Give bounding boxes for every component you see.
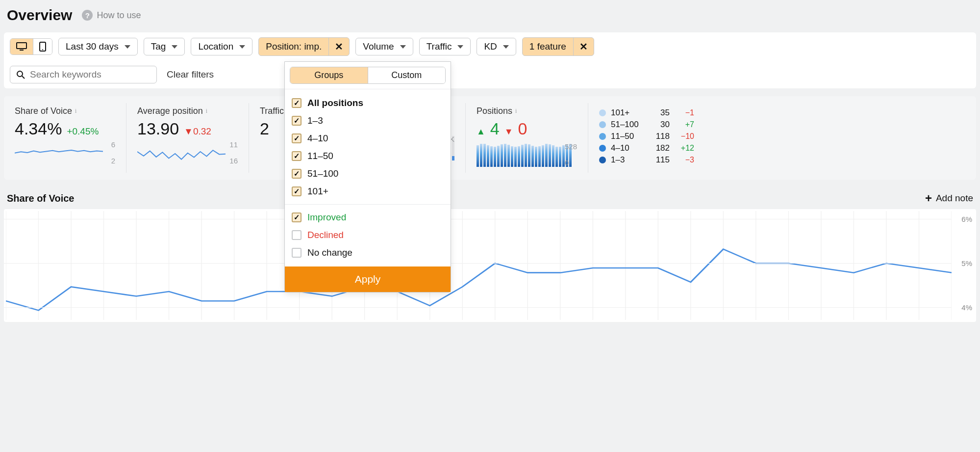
legend-row-101[interactable]: 101+35−1 — [599, 108, 694, 118]
legend-row-1-3[interactable]: 1–3115−3 — [599, 155, 694, 165]
opt-nochange[interactable]: ✓No change — [292, 244, 444, 262]
caret-down-icon — [239, 45, 245, 49]
card-average-position[interactable]: Average positioni 13.90▼0.32 1116 — [126, 103, 249, 173]
search-keywords-input[interactable] — [30, 69, 151, 80]
tab-groups[interactable]: Groups — [290, 67, 368, 83]
mobile-icon — [39, 42, 46, 52]
search-keywords-input-wrap — [10, 66, 157, 83]
caret-down-icon — [400, 45, 406, 49]
opt-51-100[interactable]: ✓51–100 — [292, 165, 444, 183]
checkbox-icon: ✓ — [292, 151, 302, 161]
position-filter-pill: Position: imp. ✕ — [258, 37, 350, 56]
page-title: Overview — [7, 7, 72, 24]
device-mobile-button[interactable] — [33, 39, 52, 54]
volume-filter[interactable]: Volume — [355, 38, 413, 55]
checkbox-icon: ✓ — [292, 248, 302, 258]
caret-down-icon — [457, 45, 463, 49]
legend-dot — [599, 145, 606, 152]
traffic-filter[interactable]: Traffic — [419, 38, 471, 55]
date-range-filter[interactable]: Last 30 days — [58, 38, 138, 55]
checkbox-icon: ✓ — [292, 169, 302, 179]
plus-icon: + — [925, 191, 932, 205]
opt-improved[interactable]: ✓Improved — [292, 209, 444, 226]
arrow-down-icon: ▼ — [504, 127, 513, 137]
add-note-button[interactable]: + Add note — [925, 191, 973, 205]
metric-cards: Share of Voicei 4.34%+0.45% 62 Average p… — [4, 96, 976, 180]
svg-line-5 — [22, 76, 25, 79]
opt-101[interactable]: ✓101+ — [292, 183, 444, 200]
feature-filter-pill: 1 feature ✕ — [522, 37, 594, 56]
ap-sparkline — [137, 140, 226, 165]
opt-declined[interactable]: ✓Declined — [292, 226, 444, 244]
device-desktop-button[interactable] — [10, 39, 33, 54]
arrow-up-icon: ▲ — [477, 127, 485, 137]
ap-delta: ▼0.32 — [184, 126, 211, 137]
svg-rect-1 — [20, 50, 24, 51]
checkbox-icon: ✓ — [292, 213, 302, 222]
tag-filter[interactable]: Tag — [144, 38, 185, 55]
close-icon: ✕ — [335, 41, 343, 53]
legend-row-11-50[interactable]: 11–50118−10 — [599, 132, 694, 141]
checkbox-icon: ✓ — [292, 186, 302, 196]
legend-row-4-10[interactable]: 4–10182+12 — [599, 143, 694, 153]
svg-point-3 — [42, 49, 43, 50]
search-icon — [16, 70, 25, 79]
legend-dot — [599, 133, 606, 140]
apply-button[interactable]: Apply — [285, 266, 451, 292]
sov-chart: 6% 5% 4% — [4, 209, 976, 322]
opt-4-10[interactable]: ✓4–10 — [292, 130, 444, 147]
positions-bars — [477, 142, 577, 167]
opt-all-positions[interactable]: ✓All positions — [292, 94, 444, 112]
card-positions[interactable]: Positionsi ▲4 ▼0 5280 — [466, 103, 588, 173]
how-to-use-link[interactable]: ? How to use — [82, 10, 141, 21]
info-icon: i — [206, 107, 207, 115]
caret-down-icon — [125, 45, 130, 49]
section-title-sov: Share of Voice — [7, 193, 74, 204]
sov-line — [6, 211, 952, 320]
position-filter-button[interactable]: Position: imp. — [259, 38, 328, 55]
legend-dot — [599, 157, 606, 163]
position-filter-clear[interactable]: ✕ — [328, 38, 349, 55]
dropdown-tabs: Groups Custom — [290, 67, 446, 84]
desktop-icon — [16, 42, 27, 51]
clear-filters-button[interactable]: Clear filters — [167, 69, 214, 80]
position-filter-dropdown: Groups Custom ✓All positions ✓1–3 ✓4–10 … — [284, 61, 451, 292]
legend-row-51-100[interactable]: 51–10030+7 — [599, 120, 694, 130]
card-share-of-voice[interactable]: Share of Voicei 4.34%+0.45% 62 — [4, 103, 126, 173]
svg-point-4 — [17, 71, 23, 77]
info-icon: i — [75, 107, 76, 115]
positions-legend: 101+35−1 51–10030+7 11–50118−10 4–10182+… — [588, 103, 705, 173]
filter-toolbar: Last 30 days Tag Location Position: imp.… — [4, 32, 976, 88]
sov-sparkline — [15, 140, 103, 165]
feature-filter-clear[interactable]: ✕ — [573, 38, 594, 55]
feature-filter-button[interactable]: 1 feature — [523, 38, 573, 55]
kd-filter[interactable]: KD — [477, 38, 516, 55]
device-toggle — [10, 38, 52, 55]
help-icon: ? — [82, 10, 93, 21]
checkbox-icon: ✓ — [292, 133, 302, 143]
legend-dot — [599, 121, 606, 128]
checkbox-icon: ✓ — [292, 98, 302, 108]
checkbox-icon: ✓ — [292, 116, 302, 126]
svg-rect-0 — [17, 43, 26, 49]
caret-down-icon — [172, 45, 177, 49]
opt-1-3[interactable]: ✓1–3 — [292, 112, 444, 130]
caret-down-icon — [503, 45, 509, 49]
checkbox-icon: ✓ — [292, 230, 302, 240]
sov-delta: +0.45% — [67, 126, 99, 137]
location-filter[interactable]: Location — [191, 38, 252, 55]
info-icon: i — [515, 107, 517, 115]
tab-custom[interactable]: Custom — [368, 67, 446, 83]
legend-dot — [599, 109, 606, 116]
opt-11-50[interactable]: ✓11–50 — [292, 147, 444, 165]
close-icon: ✕ — [579, 41, 588, 53]
